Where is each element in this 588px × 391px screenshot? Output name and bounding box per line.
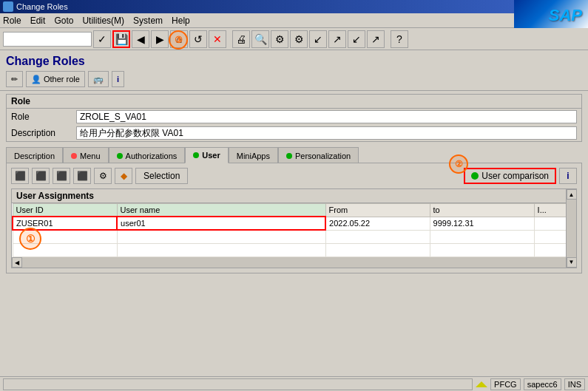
nav-btn1[interactable]: ↙: [309, 30, 327, 48]
scroll-left-btn[interactable]: ◀: [12, 257, 22, 268]
selection-button[interactable]: Selection: [135, 168, 188, 184]
cell-to: 9999.12.31: [430, 217, 534, 230]
menu-role[interactable]: Role: [3, 16, 21, 26]
status-ins: INS: [564, 378, 585, 390]
nav-btn2[interactable]: ↗: [328, 30, 346, 48]
description-field-row: Description: [7, 125, 581, 141]
edit-pencil-btn[interactable]: ✏: [6, 71, 23, 87]
cell-userid-3: [13, 243, 117, 256]
user-table: User ID User name From to I... ZUSER01 u…: [12, 203, 576, 257]
cell-username-2: [117, 230, 325, 243]
info-btn[interactable]: ?: [391, 30, 408, 48]
selection-label: Selection: [143, 171, 180, 181]
other-role-label: Other role: [44, 75, 80, 84]
tab-auth-dot: [117, 153, 123, 159]
role-field-value[interactable]: [76, 110, 577, 123]
tab-user-dot: [193, 152, 199, 158]
tab-miniapps[interactable]: MiniApps: [229, 147, 278, 163]
tab-user[interactable]: User: [185, 147, 228, 163]
app-toolbar: ✏ 👤 Other role 🚌 i: [6, 71, 582, 87]
tab-btn1[interactable]: ⬛: [11, 168, 29, 184]
col-header-userid: User ID: [13, 204, 117, 217]
home-btn[interactable]: ⌂: [170, 30, 188, 48]
cell-username: user01: [117, 217, 325, 230]
user-comparison-button[interactable]: User comparison: [464, 168, 556, 184]
tab-personalization[interactable]: Personalization: [278, 147, 359, 163]
save-icon: 💾: [115, 33, 128, 45]
nav-btn4[interactable]: ↗: [367, 30, 385, 48]
sap-logo: SAP: [514, 0, 588, 31]
tools-btn2[interactable]: ⚙: [290, 30, 308, 48]
tab-personalization-label: Personalization: [295, 152, 351, 160]
refresh-btn[interactable]: ↺: [189, 30, 207, 48]
cell-userid: ZUSER01: [13, 217, 117, 230]
pencil-icon: ✏: [11, 75, 18, 84]
tab-description-label: Description: [14, 152, 55, 160]
cell-userid-2: [13, 230, 117, 243]
enter-btn[interactable]: ✓: [93, 30, 111, 48]
menu-system[interactable]: System: [133, 16, 163, 26]
description-field-label: Description: [11, 128, 70, 138]
title-bar-left: Change Roles: [3, 1, 68, 12]
vertical-scrollbar[interactable]: ▲ ▼: [566, 189, 576, 268]
back-btn[interactable]: ◀: [132, 30, 149, 48]
tab-description[interactable]: Description: [6, 147, 63, 163]
print-btn[interactable]: 🖨: [232, 30, 250, 48]
horizontal-scrollbar[interactable]: ◀ ▶: [12, 257, 576, 268]
status-triangle: [476, 381, 487, 387]
cell-from: 2022.05.22: [325, 217, 430, 230]
transport-btn[interactable]: 🚌: [88, 71, 109, 87]
status-sapecc6: sapecc6: [524, 378, 561, 390]
tab-btn5[interactable]: ⚙: [94, 168, 112, 184]
tab-info-btn[interactable]: i: [559, 168, 577, 184]
user-assignments: User Assignments User ID User name From …: [11, 188, 577, 268]
table-row: [13, 230, 576, 243]
app-header: Change Roles ✏ 👤 Other role 🚌 i: [0, 50, 588, 91]
tab-user-label: User: [202, 151, 220, 160]
menu-utilities[interactable]: Utilities(M): [82, 16, 124, 26]
scroll-up-btn[interactable]: ▲: [567, 189, 577, 200]
info-icon: i: [117, 75, 119, 84]
user-comparison-dot: [471, 172, 479, 180]
tools-btn1[interactable]: ⚙: [271, 30, 288, 48]
status-bar: PFCG sapecc6 INS: [0, 376, 588, 391]
user-comparison-label: User comparison: [481, 171, 549, 181]
sap-logo-text: SAP: [549, 6, 582, 25]
role-section-header: Role: [7, 95, 581, 109]
description-field-value[interactable]: [76, 126, 577, 140]
title-bar-text: Change Roles: [16, 2, 68, 11]
command-field[interactable]: [3, 32, 92, 47]
page-title: Change Roles: [6, 55, 582, 68]
tab-menu[interactable]: Menu: [63, 147, 109, 163]
find-btn[interactable]: 🔍: [251, 30, 269, 48]
transport-icon: 🚌: [93, 75, 104, 84]
nav-btn3[interactable]: ↙: [348, 30, 365, 48]
menu-edit[interactable]: Edit: [30, 16, 46, 26]
forward-btn[interactable]: ▶: [151, 30, 169, 48]
cell-username-3: [117, 243, 325, 256]
tab-authorizations[interactable]: Authorizations: [109, 147, 186, 163]
status-pfcg: PFCG: [490, 378, 521, 390]
diamond-btn[interactable]: ◆: [115, 168, 132, 184]
col-header-to: to: [430, 204, 534, 217]
save-btn[interactable]: 💾: [112, 30, 130, 48]
cell-to-3: [430, 243, 534, 256]
tab-btn2[interactable]: ⬛: [32, 168, 50, 184]
info-detail-btn[interactable]: i: [112, 71, 124, 87]
menu-goto[interactable]: Goto: [54, 16, 73, 26]
tab-btn3[interactable]: ⬛: [53, 168, 70, 184]
col-header-from: From: [325, 204, 430, 217]
menu-bar: Role Edit Goto Utilities(M) System Help: [0, 13, 588, 28]
table-row: [13, 243, 576, 256]
tab-btn4[interactable]: ⬛: [73, 168, 91, 184]
tab-toolbar: ⬛ ⬛ ⬛ ⬛ ⚙ ◆ Selection User comparison ② …: [11, 168, 577, 184]
scroll-down-btn[interactable]: ▼: [567, 257, 577, 268]
tab-pers-dot: [286, 153, 292, 159]
cell-from-3: [325, 243, 430, 256]
menu-help[interactable]: Help: [172, 16, 190, 26]
other-role-btn[interactable]: 👤 Other role: [26, 71, 85, 87]
user-assignments-header: User Assignments: [12, 189, 576, 203]
tab-menu-label: Menu: [80, 152, 101, 160]
stop-btn[interactable]: ✕: [209, 30, 226, 48]
app-icon: [3, 1, 13, 12]
